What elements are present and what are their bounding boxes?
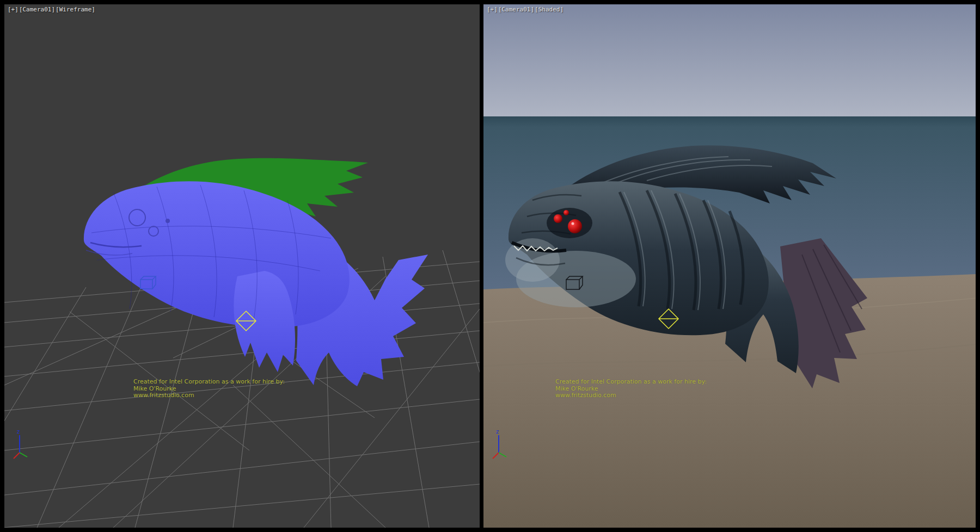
watermark-text: Created for Intel Corporation as a work … bbox=[133, 379, 285, 399]
viewport-menu-camera[interactable]: [Camera01] bbox=[498, 6, 534, 13]
axis-y-line bbox=[499, 453, 506, 457]
viewport-menu-shading[interactable]: [Shaded] bbox=[535, 6, 564, 13]
watermark-line: Created for Intel Corporation as a work … bbox=[133, 379, 285, 386]
watermark-line: www.fritzstudio.com bbox=[555, 392, 707, 399]
viewport-menu-general[interactable]: [+] bbox=[8, 6, 19, 13]
eye-glint bbox=[572, 222, 574, 225]
viewport-menu-general[interactable]: [+] bbox=[487, 6, 498, 13]
fish-eye-tertiary bbox=[564, 210, 569, 215]
axis-x-line bbox=[493, 453, 499, 459]
viewport-label: [+][Camera01][Wireframe] bbox=[8, 6, 96, 13]
fish-eye-main bbox=[568, 219, 582, 233]
axis-z-label: z bbox=[496, 429, 499, 435]
watermark-text: Created for Intel Corporation as a work … bbox=[555, 379, 707, 399]
axis-z-label: z bbox=[17, 429, 20, 435]
shaded-scene bbox=[483, 4, 976, 528]
viewport-label: [+][Camera01][Shaded] bbox=[487, 6, 564, 13]
watermark-line: www.fritzstudio.com bbox=[133, 392, 285, 399]
viewport-menu-camera[interactable]: [Camera01] bbox=[19, 6, 55, 13]
watermark-line: Created for Intel Corporation as a work … bbox=[555, 379, 707, 386]
world-axis-gizmo: z bbox=[490, 428, 514, 459]
world-axis-gizmo: z bbox=[11, 428, 35, 459]
wireframe-scene bbox=[4, 4, 480, 528]
fish-eye-secondary bbox=[554, 214, 562, 223]
axis-x-line bbox=[14, 453, 20, 459]
axis-y-line bbox=[20, 453, 27, 457]
sky bbox=[483, 4, 976, 116]
viewport-shaded[interactable]: [+][Camera01][Shaded] bbox=[483, 4, 976, 528]
viewport-wireframe[interactable]: [+][Camera01][Wireframe] bbox=[4, 4, 480, 528]
viewport-menu-shading[interactable]: [Wireframe] bbox=[56, 6, 95, 13]
